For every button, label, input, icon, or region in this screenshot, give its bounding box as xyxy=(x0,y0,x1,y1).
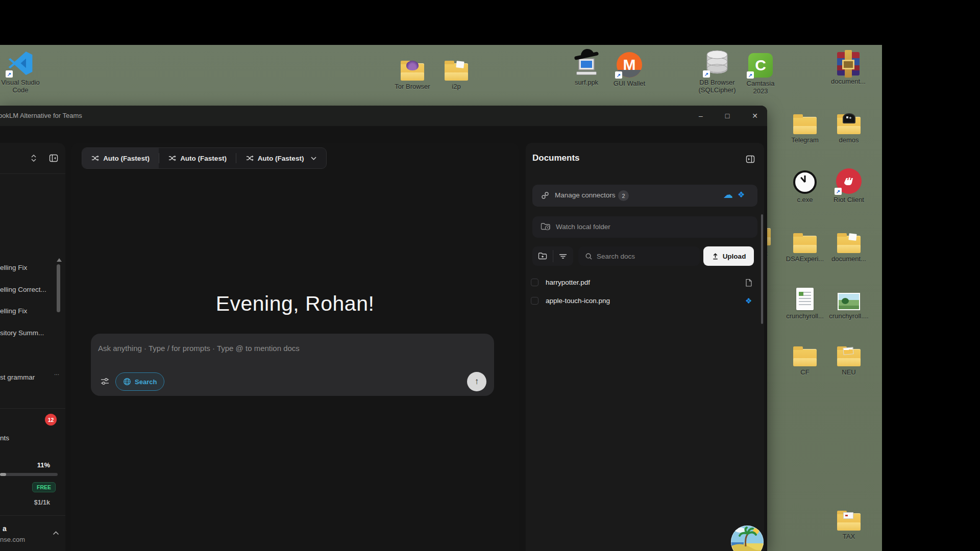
tropical-island-icon[interactable] xyxy=(730,525,764,551)
sidebar-nav-item[interactable]: nts xyxy=(0,434,61,444)
rate-label: $1/1k xyxy=(34,499,50,506)
desktop-icon-visual-studio-code[interactable]: ↗ Visual Studio Code xyxy=(0,46,42,94)
desktop-icon-document-archive[interactable]: document... xyxy=(827,45,870,85)
sidebar-scrollbar[interactable] xyxy=(57,264,60,312)
desktop-icon-crunchyroll-img[interactable]: crunchyroll.... xyxy=(827,280,870,320)
maximize-button[interactable]: □ xyxy=(721,110,734,122)
desktop-icon-riot-client[interactable]: ↗ Riot Client xyxy=(827,163,870,204)
file-row[interactable]: apple-touch-icon.png ❖ xyxy=(526,293,764,310)
model-option-1[interactable]: Auto (Fastest) xyxy=(82,148,159,168)
desktop-icon-gui-wallet[interactable]: M ↗ GUI Wallet xyxy=(608,47,651,87)
overflow-dots-icon[interactable]: ... xyxy=(54,369,59,377)
sort-icon[interactable] xyxy=(29,153,39,163)
documents-title: Documents xyxy=(532,153,580,163)
desktop-icon-i2p[interactable]: i2p xyxy=(435,50,478,90)
dropbox-icon: ❖ xyxy=(738,190,745,199)
desktop-icon-c-exe[interactable]: c.exe xyxy=(783,163,826,204)
desktop-icon-crunchyroll-doc[interactable]: crunchyroll... xyxy=(783,280,826,320)
send-button[interactable]: ↑ xyxy=(467,372,486,391)
connector-link-icon xyxy=(541,191,550,200)
docs-search-input[interactable] xyxy=(597,246,694,266)
notification-badge: 12 xyxy=(45,414,57,425)
usage-progress-bar xyxy=(0,473,58,476)
winrar-books-icon xyxy=(837,45,860,76)
desktop-icon-tor-browser[interactable]: Tor Browser xyxy=(391,50,434,90)
minimize-button[interactable]: – xyxy=(694,110,707,122)
clock-icon xyxy=(793,163,817,194)
file-name: harrypotter.pdf xyxy=(546,279,590,286)
spy-computer-icon xyxy=(572,46,601,77)
window-title: ookLM Alternative for Teams xyxy=(0,112,82,119)
shortcut-arrow-icon: ↗ xyxy=(835,188,842,195)
monero-icon: M ↗ xyxy=(617,47,642,78)
desktop-icon-surf-ppk[interactable]: surf.ppk xyxy=(565,46,608,86)
shortcut-arrow-icon: ↗ xyxy=(6,70,13,78)
sidebar: elling Fix elling Correct... elling Fix … xyxy=(0,143,65,551)
add-folder-button[interactable] xyxy=(532,246,553,266)
docs-search-box xyxy=(578,246,700,266)
add-folder-icon xyxy=(538,252,547,260)
chevron-up-icon[interactable] xyxy=(51,530,60,537)
watch-local-folder-row[interactable]: Watch local folder xyxy=(532,216,757,238)
prompt-placeholder: Ask anything · Type / for prompts · Type… xyxy=(98,344,300,353)
greeting: Evening, Rohan! xyxy=(71,292,519,316)
desktop-icon-neu[interactable]: NEU xyxy=(827,336,870,376)
shortcut-arrow-icon: ↗ xyxy=(615,71,622,79)
desktop-icon-db-browser[interactable]: ↗ DB Browser (SQLCipher) xyxy=(696,46,739,94)
sidebar-item-chat[interactable]: elling Correct... xyxy=(0,286,61,296)
connector-count-badge: 2 xyxy=(618,190,629,201)
documents-scrollbar[interactable] xyxy=(761,214,763,324)
upload-icon xyxy=(712,253,719,260)
titlebar: ookLM Alternative for Teams – □ ✕ xyxy=(0,106,767,126)
documents-panel: Documents Manage connectors 2 ☁ ❖ Watch … xyxy=(526,143,764,551)
sidebar-item-chat[interactable]: st grammar xyxy=(0,373,53,384)
chevron-down-icon xyxy=(311,157,316,160)
prompt-input[interactable]: Ask anything · Type / for prompts · Type… xyxy=(91,334,494,396)
desktop-icon-camtasia[interactable]: C ↗ Camtasia 2023 xyxy=(739,47,782,95)
file-checkbox[interactable] xyxy=(531,279,538,286)
desktop-icon-cf[interactable]: CF xyxy=(783,336,826,376)
folder-watch-icon xyxy=(541,222,551,231)
desktop-icon-demos[interactable]: demos xyxy=(827,104,870,144)
divider xyxy=(0,408,65,409)
divider xyxy=(0,173,65,174)
usage-progress-fill xyxy=(0,473,6,476)
account-name: a xyxy=(3,524,7,533)
close-button[interactable]: ✕ xyxy=(748,110,762,122)
sidebar-item-chat[interactable]: elling Fix xyxy=(0,264,61,274)
file-row[interactable]: harrypotter.pdf xyxy=(526,274,764,292)
camtasia-icon: C ↗ xyxy=(748,47,773,78)
file-checkbox[interactable] xyxy=(531,297,538,305)
shortcut-arrow-icon: ↗ xyxy=(747,71,754,79)
sliders-icon[interactable] xyxy=(99,375,110,387)
sidebar-item-chat[interactable]: elling Fix xyxy=(0,307,61,317)
riot-fist-icon: ↗ xyxy=(836,163,862,194)
desktop-icon-telegram[interactable]: Telegram xyxy=(783,104,826,144)
folder-icon xyxy=(793,222,817,253)
desktop-icon-dsaexperiment[interactable]: DSAExperi... xyxy=(783,222,826,263)
filter-icon xyxy=(559,253,567,260)
text-document-icon xyxy=(796,280,814,310)
up-arrow-icon: ↑ xyxy=(475,377,479,387)
folder-paper-icon xyxy=(837,222,861,253)
collapse-sidebar-icon[interactable] xyxy=(48,153,59,164)
filter-button[interactable] xyxy=(553,246,574,266)
desktop-icon-tax[interactable]: TAX xyxy=(827,500,870,540)
folder-icon xyxy=(793,336,817,366)
shuffle-icon xyxy=(246,155,254,162)
desktop-icon-document-folder[interactable]: document... xyxy=(827,222,870,263)
manage-connectors-row[interactable]: Manage connectors 2 ☁ ❖ xyxy=(532,185,757,207)
dropbox-icon: ❖ xyxy=(745,296,752,306)
onedrive-icon: ☁ xyxy=(723,189,733,201)
web-search-toggle[interactable]: Search xyxy=(115,372,164,391)
model-option-2[interactable]: Auto (Fastest) xyxy=(159,148,236,168)
plan-badge: FREE xyxy=(32,482,56,492)
collapse-documents-icon[interactable] xyxy=(744,154,756,164)
folder-lens-icon xyxy=(837,104,861,134)
sidebar-item-chat[interactable]: sitory Summ... xyxy=(0,329,61,339)
model-option-3[interactable]: Auto (Fastest) xyxy=(236,148,326,168)
folder-photo-icon xyxy=(837,336,861,366)
upload-button[interactable]: Upload xyxy=(703,246,754,266)
shuffle-icon xyxy=(91,155,99,162)
scrollbar-up-arrow[interactable] xyxy=(57,258,62,262)
